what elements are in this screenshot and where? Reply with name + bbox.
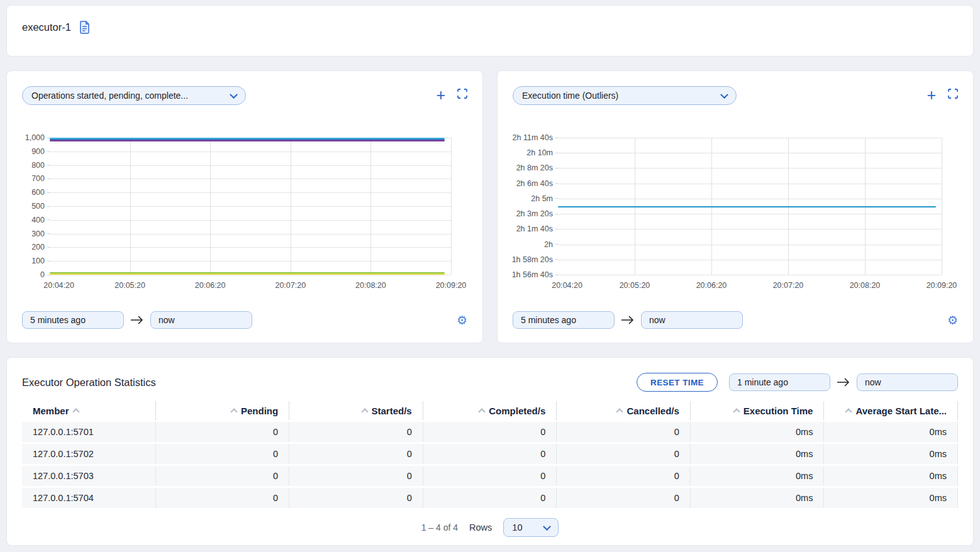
x-axis: 20:04:2020:05:2020:06:2020:07:2020:08:20… [50, 275, 451, 294]
expand-icon [457, 89, 467, 99]
gridline [50, 220, 451, 221]
y-tick-label: 1h 58m 20s [512, 255, 558, 264]
table-body: 127.0.0.1:570100000ms0ms127.0.0.1:570200… [22, 422, 958, 508]
stats-time-to-input[interactable] [857, 373, 958, 391]
add-chart-button[interactable] [436, 89, 445, 101]
column-header[interactable]: Execution Time [691, 401, 825, 420]
x-tick-label: 20:08:20 [355, 281, 386, 290]
chart-panel-operations: Operations started, pending, complete...… [6, 70, 483, 343]
value-cell: 0ms [824, 466, 958, 486]
x-tick-label: 20:05:20 [620, 281, 650, 290]
gear-icon[interactable] [457, 314, 467, 326]
gridline [50, 234, 451, 235]
value-cell: 0 [156, 466, 290, 486]
x-tick-label: 20:04:20 [552, 281, 582, 290]
expand-chart-button[interactable] [948, 89, 958, 101]
metric-selector-dropdown[interactable]: Execution time (Outliers) [513, 86, 737, 105]
expand-icon [948, 89, 958, 99]
series-line-series-4 [50, 273, 445, 275]
value-cell: 0 [156, 422, 290, 442]
y-tick-label: 1,000 [25, 133, 50, 142]
gridline [558, 245, 942, 245]
stats-time-from-input[interactable] [729, 373, 830, 391]
page-title: executor-1 [22, 21, 71, 33]
plot-area [50, 138, 451, 275]
column-header[interactable]: Member [22, 401, 156, 420]
metric-selector-label: Operations started, pending, complete... [31, 91, 188, 101]
sort-caret-icon [733, 408, 740, 415]
x-axis: 20:04:2020:05:2020:06:2020:07:2020:08:20… [558, 275, 942, 294]
value-cell: 0ms [691, 488, 825, 508]
column-header[interactable]: Started/s [289, 401, 423, 420]
gridline [50, 165, 451, 166]
column-header-label: Average Start Late... [855, 406, 947, 416]
gridline [50, 179, 451, 179]
x-tick-label: 20:06:20 [195, 281, 226, 290]
sort-caret-icon [230, 408, 237, 415]
table-row: 127.0.0.1:570400000ms0ms [22, 488, 958, 508]
chevron-down-icon [543, 522, 551, 531]
stats-title: Executor Operation Statistics [22, 377, 156, 389]
series-line-series-5 [50, 272, 445, 273]
y-tick-label: 500 [31, 202, 50, 211]
gridline [558, 184, 942, 184]
x-tick-label: 20:06:20 [696, 281, 727, 290]
value-cell: 0 [289, 444, 423, 464]
gridline [942, 138, 942, 275]
add-chart-button[interactable] [927, 89, 936, 101]
y-tick-label: 1h 56m 40s [512, 270, 558, 279]
document-icon[interactable] [79, 21, 91, 34]
y-tick-label: 900 [31, 147, 50, 156]
value-cell: 0ms [691, 422, 825, 442]
gridline [210, 138, 211, 275]
x-tick-label: 20:08:20 [850, 281, 881, 290]
sort-caret-icon [361, 408, 368, 415]
plot-area [558, 138, 942, 275]
value-cell: 0 [156, 488, 290, 508]
value-cell: 0 [289, 488, 423, 508]
sort-caret-icon [479, 408, 486, 415]
x-tick-label: 20:09:20 [436, 281, 467, 290]
x-tick-label: 20:04:20 [43, 281, 74, 290]
table-header: MemberPendingStarted/sCompleted/sCancell… [22, 401, 958, 420]
value-cell: 0 [289, 422, 423, 442]
member-cell: 127.0.0.1:5701 [22, 422, 156, 442]
y-tick-label: 2h 10m [526, 148, 558, 157]
gridline [50, 152, 451, 152]
member-cell: 127.0.0.1:5704 [22, 488, 156, 508]
y-tick-label: 2h [544, 240, 558, 249]
y-tick-label: 800 [31, 161, 50, 170]
value-cell: 0 [156, 444, 290, 464]
value-cell: 0ms [824, 488, 958, 508]
column-header[interactable]: Pending [156, 401, 290, 420]
rows-per-page-select[interactable]: 10 [503, 518, 559, 537]
time-from-input[interactable] [22, 311, 124, 329]
value-cell: 0 [557, 466, 691, 486]
pagination-range: 1 – 4 of 4 [421, 522, 458, 533]
gridline [558, 153, 942, 153]
y-tick-label: 600 [31, 188, 50, 197]
gear-icon[interactable] [947, 314, 958, 326]
y-axis: 1,0009008007006005004003002001000 [22, 138, 50, 275]
gridline [291, 138, 291, 275]
column-header-label: Completed/s [489, 406, 545, 416]
metric-selector-dropdown[interactable]: Operations started, pending, complete... [22, 86, 246, 105]
column-header[interactable]: Completed/s [423, 401, 557, 420]
sort-caret-icon [845, 408, 852, 415]
y-tick-label: 700 [31, 174, 50, 183]
gridline [558, 168, 942, 168]
stats-table: MemberPendingStarted/sCompleted/sCancell… [22, 401, 958, 510]
value-cell: 0 [557, 422, 691, 442]
time-from-input[interactable] [513, 311, 615, 329]
column-header-label: Pending [241, 406, 278, 416]
member-cell: 127.0.0.1:5703 [22, 466, 156, 486]
column-header[interactable]: Average Start Late... [824, 401, 958, 420]
x-tick-label: 20:07:20 [773, 281, 804, 290]
time-to-input[interactable] [150, 311, 252, 329]
reset-time-button[interactable]: RESET TIME [637, 373, 718, 392]
value-cell: 0ms [691, 444, 825, 464]
y-tick-label: 2h 6m 40s [516, 179, 558, 188]
expand-chart-button[interactable] [457, 89, 467, 101]
column-header[interactable]: Cancelled/s [557, 401, 691, 420]
time-to-input[interactable] [641, 311, 743, 329]
